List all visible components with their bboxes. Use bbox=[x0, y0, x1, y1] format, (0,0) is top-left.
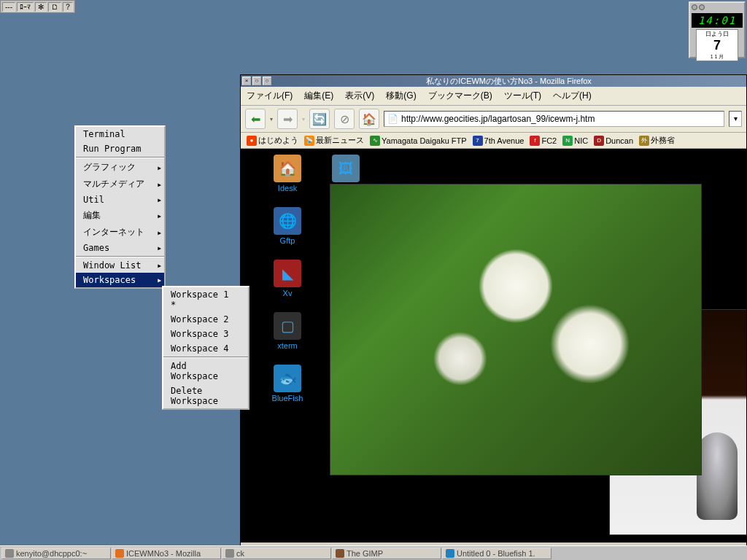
url-bar[interactable]: 📄 http://www.geocities.jp/lagartosan_99/… bbox=[384, 111, 724, 127]
back-button[interactable]: ⬅ bbox=[245, 109, 266, 129]
icon-label: Xv bbox=[267, 289, 308, 298]
help-icon[interactable]: ? bbox=[63, 2, 73, 12]
workspace-4[interactable]: Workspace 4 bbox=[163, 341, 248, 356]
link-icon: D bbox=[594, 136, 604, 146]
task-label: ICEWMNo3 - Mozilla bbox=[126, 549, 201, 558]
add-workspace[interactable]: Add Workspace bbox=[163, 359, 248, 384]
bookmark-yamagata[interactable]: ∿Yamagata Daigaku FTP bbox=[368, 135, 468, 147]
clock-month: 1 1 月 bbox=[697, 53, 738, 61]
firefox-titlebar[interactable]: × ○ ○ 私なりのICEWMの使い方No3 - Mozilla Firefox bbox=[241, 75, 746, 87]
menu-terminal[interactable]: Terminal bbox=[76, 127, 164, 141]
menu-multimedia[interactable]: マルチメディア bbox=[76, 176, 164, 192]
clock-button[interactable] bbox=[692, 4, 697, 10]
menu-workspaces[interactable]: Workspaces bbox=[76, 273, 164, 287]
app-icon bbox=[225, 549, 234, 558]
menu-internet[interactable]: インターネット bbox=[76, 224, 164, 241]
pager-item[interactable]: --- bbox=[2, 2, 15, 12]
xterm-icon: ▢ bbox=[274, 312, 301, 340]
workspace-3[interactable]: Workspace 3 bbox=[163, 327, 248, 341]
icon-label: Gftp bbox=[267, 236, 308, 245]
gqview-icon: 🖼 bbox=[332, 155, 360, 182]
menu-run-program[interactable]: Run Program bbox=[76, 141, 164, 156]
task-ck[interactable]: ck bbox=[222, 548, 331, 559]
link-icon: ∿ bbox=[370, 136, 380, 146]
clock-time: 14:01 bbox=[692, 13, 743, 28]
home-button[interactable]: 🏠 bbox=[359, 109, 379, 129]
bookmark-label: NIC bbox=[574, 136, 588, 145]
bluefish-icon: 🐟 bbox=[274, 365, 301, 392]
pager-item[interactable]: ✻ bbox=[35, 2, 47, 12]
clock-button[interactable] bbox=[699, 4, 705, 10]
icon-label: BlueFish bbox=[267, 394, 308, 402]
menu-window-list[interactable]: Window List bbox=[76, 258, 164, 273]
link-icon: N bbox=[562, 136, 573, 146]
bookmark-7th[interactable]: 77th Avenue bbox=[471, 135, 526, 147]
bookmark-gaimusho[interactable]: 外外務省 bbox=[638, 134, 676, 147]
pager-item[interactable]: 🗋 bbox=[48, 2, 61, 12]
menu-bookmarks[interactable]: ブックマーク(B) bbox=[428, 90, 492, 102]
task-label: ck bbox=[236, 549, 244, 558]
menu-games[interactable]: Games bbox=[76, 241, 164, 255]
menu-separator bbox=[76, 256, 164, 257]
window-close-icon[interactable]: × bbox=[242, 77, 251, 85]
back-dropdown-icon[interactable]: ▾ bbox=[270, 116, 273, 122]
tube-graphic bbox=[697, 432, 738, 520]
desktop-icon-xv[interactable]: ◣Xv bbox=[267, 260, 308, 298]
bookmark-duncan[interactable]: DDuncan bbox=[592, 135, 635, 147]
desktop-icon-gftp[interactable]: 🌐Gftp bbox=[267, 207, 308, 245]
bookmark-label: はじめよう bbox=[258, 135, 298, 146]
desktop-icon-bluefish[interactable]: 🐟BlueFish bbox=[267, 365, 308, 402]
bookmark-nic[interactable]: NNIC bbox=[561, 135, 589, 147]
workspaces-submenu: Workspace 1 * Workspace 2 Workspace 3 Wo… bbox=[162, 286, 249, 410]
task-label: The GIMP bbox=[347, 549, 383, 558]
rss-icon: 📡 bbox=[304, 136, 314, 146]
reload-button[interactable]: 🔄 bbox=[309, 109, 330, 129]
task-gimp[interactable]: The GIMP bbox=[332, 548, 441, 559]
workspace-2[interactable]: Workspace 2 bbox=[163, 312, 248, 327]
flower-image bbox=[330, 184, 702, 475]
window-title: 私なりのICEWMの使い方No3 - Mozilla Firefox bbox=[273, 76, 745, 87]
bookmark-label: 最新ニュース bbox=[316, 135, 364, 146]
menu-graphics[interactable]: グラフィック bbox=[76, 159, 164, 176]
bookmark-label: FC2 bbox=[541, 136, 557, 145]
menu-separator bbox=[163, 357, 248, 358]
bookmark-fc2[interactable]: fFC2 bbox=[528, 135, 558, 147]
forward-dropdown-icon[interactable]: ▾ bbox=[302, 116, 305, 122]
menu-file[interactable]: ファイル(F) bbox=[247, 90, 293, 102]
url-text: http://www.geocities.jp/lagartosan_99/ic… bbox=[401, 114, 595, 124]
menu-edit[interactable]: 編集(E) bbox=[304, 90, 333, 102]
link-icon: 外 bbox=[639, 136, 649, 146]
pager-item[interactable]: ﾛｰﾏ bbox=[17, 2, 34, 12]
bookmark-label: 外務省 bbox=[651, 135, 675, 146]
bookmark-hajimeyou[interactable]: ●はじめよう bbox=[245, 134, 300, 147]
menu-editor[interactable]: 編集 bbox=[76, 207, 164, 224]
desktop-icon-xterm[interactable]: ▢xterm bbox=[267, 312, 308, 350]
workspace-1[interactable]: Workspace 1 * bbox=[163, 287, 248, 312]
task-bluefish[interactable]: Untitled 0 - Bluefish 1. bbox=[442, 548, 551, 559]
window-max-icon[interactable]: ○ bbox=[252, 77, 261, 85]
page-icon: 📄 bbox=[387, 114, 398, 124]
bookmark-news[interactable]: 📡最新ニュース bbox=[303, 134, 365, 147]
firefox-icon bbox=[115, 549, 124, 558]
clock-calendar: 日よう日 7 1 1 月 bbox=[696, 29, 738, 61]
menu-help[interactable]: ヘルプ(H) bbox=[553, 90, 592, 102]
menu-separator bbox=[76, 157, 164, 158]
window-min-icon[interactable]: ○ bbox=[263, 77, 271, 85]
desktop-icon-idesk[interactable]: 🏠Idesk bbox=[267, 155, 308, 192]
task-label: Untitled 0 - Bluefish 1. bbox=[457, 549, 535, 558]
menu-go[interactable]: 移動(G) bbox=[386, 90, 416, 102]
task-terminal[interactable]: kenyito@dhcppc0:~ bbox=[1, 548, 111, 559]
bookmark-label: 7th Avenue bbox=[484, 136, 525, 145]
top-pager-bar: --- ﾛｰﾏ ✻ 🗋 ? bbox=[0, 0, 75, 13]
menu-view[interactable]: 表示(V) bbox=[345, 90, 374, 102]
clock-weekday: 日よう日 bbox=[697, 30, 738, 38]
task-firefox[interactable]: ICEWMNo3 - Mozilla bbox=[112, 548, 221, 559]
idesk-icon: 🏠 bbox=[274, 155, 301, 182]
stop-button[interactable]: ⊘ bbox=[334, 109, 355, 129]
delete-workspace[interactable]: Delete Workspace bbox=[163, 384, 248, 408]
menu-tools[interactable]: ツール(T) bbox=[504, 90, 541, 102]
forward-button[interactable]: ➡ bbox=[277, 109, 298, 129]
menu-util[interactable]: Util bbox=[76, 192, 164, 207]
desktop-clock[interactable]: 14:01 日よう日 7 1 1 月 bbox=[689, 1, 746, 58]
url-dropdown-icon[interactable]: ▾ bbox=[729, 111, 742, 127]
